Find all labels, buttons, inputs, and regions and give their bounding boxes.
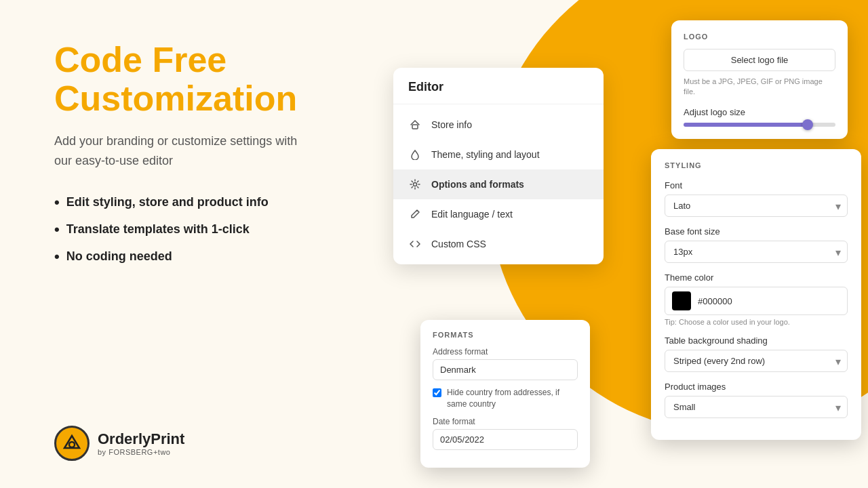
hide-country-checkbox[interactable] — [433, 388, 441, 397]
brand-text-group: OrderlyPrint by FORSBERG+two — [98, 430, 184, 456]
menu-label-options: Options and formats — [431, 179, 524, 190]
brand-footer: OrderlyPrint by FORSBERG+two — [54, 426, 319, 461]
color-hint: Tip: Choose a color used in your logo. — [665, 318, 848, 326]
brand-sub: by FORSBERG+two — [98, 448, 184, 456]
formats-card: FORMATS Address format Hide country from… — [420, 320, 590, 468]
logo-card: LOGO Select logo file Must be a JPG, JPE… — [671, 20, 848, 139]
product-images-label: Product images — [665, 382, 848, 392]
product-images-select-wrapper: Small — [665, 396, 848, 418]
drop-icon — [408, 148, 422, 161]
menu-item-theme[interactable]: Theme, styling and layout — [393, 140, 604, 169]
theme-color-row[interactable]: #000000 — [665, 287, 848, 315]
formats-card-title: FORMATS — [433, 331, 578, 339]
bg-shading-select[interactable]: Striped (every 2nd row) — [665, 350, 848, 372]
date-format-label: Date format — [433, 417, 578, 426]
logo-slider-thumb — [802, 119, 813, 130]
menu-label-theme: Theme, styling and layout — [431, 149, 540, 160]
left-panel: Code Free Customization Add your brandin… — [0, 0, 359, 488]
code-icon — [408, 237, 422, 251]
font-select-wrapper: Lato — [665, 195, 848, 217]
logo-card-hint: Must be a JPG, JPEG, GIF or PNG image fi… — [684, 77, 835, 98]
font-size-select[interactable]: 13px — [665, 241, 848, 263]
bg-shading-label: Table background shading — [665, 336, 848, 346]
font-select[interactable]: Lato — [665, 195, 848, 217]
menu-label-language: Edit language / text — [431, 209, 513, 220]
menu-label-css: Custom CSS — [431, 239, 486, 249]
font-size-label: Base font size — [665, 226, 848, 237]
menu-item-language[interactable]: Edit language / text — [393, 199, 604, 229]
svg-point-0 — [69, 442, 75, 447]
logo-size-label: Adjust logo size — [684, 107, 835, 117]
product-images-select[interactable]: Small — [665, 396, 848, 418]
editor-menu: Store info Theme, styling and layout — [393, 104, 604, 264]
product-images-group: Product images Small — [665, 382, 848, 418]
logo-slider[interactable] — [684, 123, 835, 127]
subtitle: Add your branding or customize settings … — [54, 131, 312, 171]
theme-color-group: Theme color #000000 Tip: Choose a color … — [665, 272, 848, 326]
menu-item-store-info[interactable]: Store info — [393, 110, 604, 140]
main-title: Code Free Customization — [54, 41, 319, 118]
address-format-group: Address format — [433, 347, 578, 380]
styling-card: STYLING Font Lato Base font size 13px Th… — [651, 149, 861, 440]
select-logo-button[interactable]: Select logo file — [684, 49, 835, 71]
bullet-list: Edit styling, store and product info Tra… — [54, 190, 319, 271]
svg-point-2 — [414, 183, 417, 186]
pencil-icon — [408, 207, 422, 221]
color-swatch — [672, 291, 691, 310]
hide-country-label: Hide country from addresses, if same cou… — [447, 387, 578, 410]
theme-color-label: Theme color — [665, 272, 848, 283]
right-panel: Editor Store info Theme, styling and — [359, 0, 868, 488]
house-icon — [408, 118, 422, 131]
color-value: #000000 — [698, 296, 732, 306]
font-label: Font — [665, 180, 848, 190]
editor-card: Editor Store info Theme, styling and — [393, 68, 604, 264]
address-format-label: Address format — [433, 347, 578, 357]
logo-card-title: LOGO — [684, 33, 835, 41]
brand-logo-icon — [54, 426, 90, 461]
editor-card-header: Editor — [393, 68, 604, 104]
bullet-item-1: Edit styling, store and product info — [54, 190, 312, 217]
bullet-item-2: Translate templates with 1-click — [54, 217, 312, 244]
gear-icon — [408, 178, 422, 191]
font-size-group: Base font size 13px — [665, 226, 848, 263]
menu-label-store-info: Store info — [431, 119, 472, 130]
hide-country-row: Hide country from addresses, if same cou… — [433, 387, 578, 410]
date-format-group: Date format — [433, 417, 578, 450]
address-format-input[interactable] — [433, 359, 578, 380]
brand-name: OrderlyPrint — [98, 430, 184, 448]
font-size-select-wrapper: 13px — [665, 241, 848, 263]
bg-shading-select-wrapper: Striped (every 2nd row) — [665, 350, 848, 372]
menu-item-options[interactable]: Options and formats — [393, 169, 604, 199]
font-group: Font Lato — [665, 180, 848, 217]
styling-card-title: STYLING — [665, 161, 848, 169]
date-format-input[interactable] — [433, 429, 578, 450]
menu-item-css[interactable]: Custom CSS — [393, 229, 604, 259]
bg-shading-group: Table background shading Striped (every … — [665, 336, 848, 372]
bullet-item-3: No coding needed — [54, 244, 312, 271]
svg-rect-1 — [412, 125, 418, 129]
